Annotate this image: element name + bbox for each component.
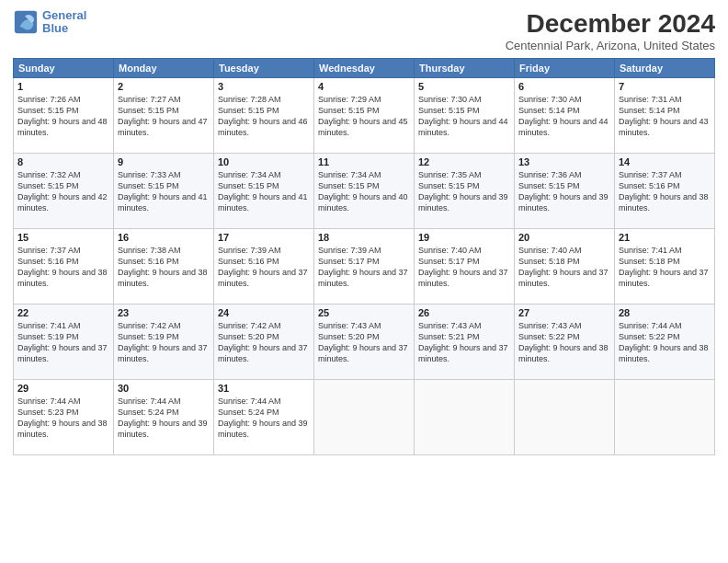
day-content: Sunrise: 7:44 AMSunset: 5:24 PMDaylight:… <box>118 396 210 441</box>
day-number: 30 <box>118 383 210 394</box>
day-content: Sunrise: 7:30 AMSunset: 5:14 PMDaylight:… <box>518 94 610 139</box>
calendar-cell <box>515 380 615 455</box>
day-number: 15 <box>17 232 109 243</box>
col-friday: Friday <box>515 59 615 78</box>
calendar-cell: 27Sunrise: 7:43 AMSunset: 5:22 PMDayligh… <box>515 304 615 380</box>
day-content: Sunrise: 7:26 AMSunset: 5:15 PMDaylight:… <box>17 94 109 139</box>
day-content: Sunrise: 7:34 AMSunset: 5:15 PMDaylight:… <box>218 169 310 214</box>
calendar-week-row: 22Sunrise: 7:41 AMSunset: 5:19 PMDayligh… <box>14 304 715 380</box>
day-number: 12 <box>418 156 510 167</box>
day-content: Sunrise: 7:41 AMSunset: 5:18 PMDaylight:… <box>619 245 711 290</box>
day-content: Sunrise: 7:37 AMSunset: 5:16 PMDaylight:… <box>619 169 711 214</box>
calendar-cell: 9Sunrise: 7:33 AMSunset: 5:15 PMDaylight… <box>114 154 214 229</box>
calendar-cell: 16Sunrise: 7:38 AMSunset: 5:16 PMDayligh… <box>114 229 214 304</box>
col-thursday: Thursday <box>415 59 515 78</box>
day-number: 5 <box>418 81 510 92</box>
day-number: 23 <box>118 307 210 318</box>
day-number: 6 <box>518 81 610 92</box>
calendar-cell: 20Sunrise: 7:40 AMSunset: 5:18 PMDayligh… <box>515 229 615 304</box>
calendar-cell: 29Sunrise: 7:44 AMSunset: 5:23 PMDayligh… <box>14 380 114 455</box>
day-number: 19 <box>418 232 510 243</box>
day-content: Sunrise: 7:28 AMSunset: 5:15 PMDaylight:… <box>218 94 310 139</box>
day-content: Sunrise: 7:39 AMSunset: 5:16 PMDaylight:… <box>218 245 310 290</box>
day-content: Sunrise: 7:33 AMSunset: 5:15 PMDaylight:… <box>118 169 210 214</box>
day-content: Sunrise: 7:32 AMSunset: 5:15 PMDaylight:… <box>17 169 109 214</box>
calendar-cell: 30Sunrise: 7:44 AMSunset: 5:24 PMDayligh… <box>114 380 214 455</box>
calendar-cell: 12Sunrise: 7:35 AMSunset: 5:15 PMDayligh… <box>415 154 515 229</box>
col-tuesday: Tuesday <box>214 59 314 78</box>
logo-line2: Blue <box>42 21 68 35</box>
title-block: December 2024 Centennial Park, Arizona, … <box>506 9 715 52</box>
day-content: Sunrise: 7:29 AMSunset: 5:15 PMDaylight:… <box>318 94 410 139</box>
calendar-cell: 11Sunrise: 7:34 AMSunset: 5:15 PMDayligh… <box>314 154 415 229</box>
day-number: 20 <box>518 232 610 243</box>
day-content: Sunrise: 7:44 AMSunset: 5:24 PMDaylight:… <box>218 396 310 441</box>
day-number: 8 <box>17 156 109 167</box>
logo-icon <box>13 9 39 35</box>
header: General Blue December 2024 Centennial Pa… <box>13 9 715 52</box>
col-saturday: Saturday <box>615 59 715 78</box>
calendar-cell: 31Sunrise: 7:44 AMSunset: 5:24 PMDayligh… <box>214 380 314 455</box>
day-number: 17 <box>218 232 310 243</box>
day-number: 29 <box>17 383 109 394</box>
logo: General Blue <box>13 9 86 36</box>
calendar-cell <box>415 380 515 455</box>
page: General Blue December 2024 Centennial Pa… <box>0 0 728 563</box>
day-content: Sunrise: 7:43 AMSunset: 5:21 PMDaylight:… <box>418 320 510 365</box>
main-title: December 2024 <box>506 9 715 39</box>
day-number: 25 <box>318 307 410 318</box>
calendar-cell <box>615 380 715 455</box>
day-content: Sunrise: 7:42 AMSunset: 5:19 PMDaylight:… <box>118 320 210 365</box>
calendar-cell: 10Sunrise: 7:34 AMSunset: 5:15 PMDayligh… <box>214 154 314 229</box>
calendar-cell: 8Sunrise: 7:32 AMSunset: 5:15 PMDaylight… <box>14 154 114 229</box>
calendar-cell: 19Sunrise: 7:40 AMSunset: 5:17 PMDayligh… <box>415 229 515 304</box>
day-number: 16 <box>118 232 210 243</box>
day-number: 1 <box>17 81 109 92</box>
col-sunday: Sunday <box>14 59 114 78</box>
calendar-cell: 25Sunrise: 7:43 AMSunset: 5:20 PMDayligh… <box>314 304 415 380</box>
subtitle: Centennial Park, Arizona, United States <box>506 39 715 52</box>
day-content: Sunrise: 7:36 AMSunset: 5:15 PMDaylight:… <box>518 169 610 214</box>
day-number: 4 <box>318 81 410 92</box>
day-number: 28 <box>619 307 711 318</box>
day-number: 27 <box>518 307 610 318</box>
day-number: 31 <box>218 383 310 394</box>
day-content: Sunrise: 7:35 AMSunset: 5:15 PMDaylight:… <box>418 169 510 214</box>
day-content: Sunrise: 7:40 AMSunset: 5:17 PMDaylight:… <box>418 245 510 290</box>
day-number: 2 <box>118 81 210 92</box>
day-number: 14 <box>619 156 711 167</box>
calendar-cell: 4Sunrise: 7:29 AMSunset: 5:15 PMDaylight… <box>314 78 415 154</box>
col-wednesday: Wednesday <box>314 59 415 78</box>
day-number: 10 <box>218 156 310 167</box>
day-number: 26 <box>418 307 510 318</box>
day-content: Sunrise: 7:43 AMSunset: 5:20 PMDaylight:… <box>318 320 410 365</box>
day-number: 24 <box>218 307 310 318</box>
day-content: Sunrise: 7:38 AMSunset: 5:16 PMDaylight:… <box>118 245 210 290</box>
calendar-cell <box>314 380 415 455</box>
calendar-cell: 26Sunrise: 7:43 AMSunset: 5:21 PMDayligh… <box>415 304 515 380</box>
calendar-week-row: 29Sunrise: 7:44 AMSunset: 5:23 PMDayligh… <box>14 380 715 455</box>
day-number: 7 <box>619 81 711 92</box>
day-content: Sunrise: 7:42 AMSunset: 5:20 PMDaylight:… <box>218 320 310 365</box>
calendar-cell: 2Sunrise: 7:27 AMSunset: 5:15 PMDaylight… <box>114 78 214 154</box>
day-content: Sunrise: 7:44 AMSunset: 5:22 PMDaylight:… <box>619 320 711 365</box>
calendar-cell: 13Sunrise: 7:36 AMSunset: 5:15 PMDayligh… <box>515 154 615 229</box>
calendar-header-row: Sunday Monday Tuesday Wednesday Thursday… <box>14 59 715 78</box>
day-content: Sunrise: 7:43 AMSunset: 5:22 PMDaylight:… <box>518 320 610 365</box>
day-content: Sunrise: 7:39 AMSunset: 5:17 PMDaylight:… <box>318 245 410 290</box>
calendar-cell: 3Sunrise: 7:28 AMSunset: 5:15 PMDaylight… <box>214 78 314 154</box>
logo-text: General Blue <box>42 9 86 36</box>
day-content: Sunrise: 7:30 AMSunset: 5:15 PMDaylight:… <box>418 94 510 139</box>
calendar-cell: 6Sunrise: 7:30 AMSunset: 5:14 PMDaylight… <box>515 78 615 154</box>
calendar-week-row: 15Sunrise: 7:37 AMSunset: 5:16 PMDayligh… <box>14 229 715 304</box>
day-content: Sunrise: 7:37 AMSunset: 5:16 PMDaylight:… <box>17 245 109 290</box>
day-number: 18 <box>318 232 410 243</box>
calendar-cell: 14Sunrise: 7:37 AMSunset: 5:16 PMDayligh… <box>615 154 715 229</box>
day-number: 11 <box>318 156 410 167</box>
day-content: Sunrise: 7:27 AMSunset: 5:15 PMDaylight:… <box>118 94 210 139</box>
day-number: 3 <box>218 81 310 92</box>
calendar-cell: 23Sunrise: 7:42 AMSunset: 5:19 PMDayligh… <box>114 304 214 380</box>
day-content: Sunrise: 7:41 AMSunset: 5:19 PMDaylight:… <box>17 320 109 365</box>
day-content: Sunrise: 7:31 AMSunset: 5:14 PMDaylight:… <box>619 94 711 139</box>
calendar-cell: 18Sunrise: 7:39 AMSunset: 5:17 PMDayligh… <box>314 229 415 304</box>
